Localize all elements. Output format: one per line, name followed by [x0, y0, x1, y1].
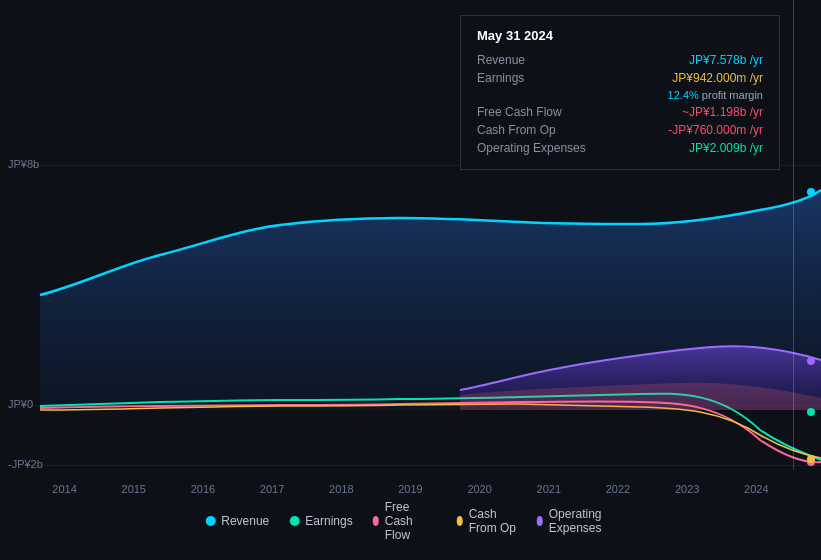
opex-edge-dot: [807, 357, 815, 365]
x-label-2021: 2021: [537, 483, 561, 495]
legend-item-opex: Operating Expenses: [537, 507, 616, 535]
legend-label-fcf: Free Cash Flow: [385, 500, 437, 542]
tooltip-value-revenue: JP¥7.578b /yr: [689, 53, 763, 67]
legend-label-cashfromop: Cash From Op: [469, 507, 517, 535]
tooltip-label-earnings: Earnings: [477, 71, 597, 85]
legend-dot-opex: [537, 516, 543, 526]
legend-item-cashfromop: Cash From Op: [457, 507, 517, 535]
tooltip-row-revenue: Revenue JP¥7.578b /yr: [477, 51, 763, 69]
tooltip-value-fcf: ~JP¥1.198b /yr: [682, 105, 763, 119]
tooltip-margin-text: 12.4% profit margin: [668, 89, 763, 101]
legend-dot-revenue: [205, 516, 215, 526]
tooltip-value-opex: JP¥2.009b /yr: [689, 141, 763, 155]
legend-dot-earnings: [289, 516, 299, 526]
hover-line: [793, 0, 794, 470]
legend-label-opex: Operating Expenses: [549, 507, 616, 535]
tooltip-value-cashfromop: -JP¥760.000m /yr: [668, 123, 763, 137]
tooltip-value-earnings: JP¥942.000m /yr: [672, 71, 763, 85]
revenue-edge-dot: [807, 188, 815, 196]
legend-dot-fcf: [373, 516, 379, 526]
x-axis-labels: 2014 2015 2016 2017 2018 2019 2020 2021 …: [0, 483, 821, 495]
tooltip-panel: May 31 2024 Revenue JP¥7.578b /yr Earnin…: [460, 15, 780, 170]
fcf-line: [40, 402, 821, 463]
x-label-2022: 2022: [606, 483, 630, 495]
tooltip-label-opex: Operating Expenses: [477, 141, 597, 155]
x-label-2016: 2016: [191, 483, 215, 495]
tooltip-label-fcf: Free Cash Flow: [477, 105, 597, 119]
x-label-2020: 2020: [467, 483, 491, 495]
tooltip-row-fcf: Free Cash Flow ~JP¥1.198b /yr: [477, 103, 763, 121]
chart-container: JP¥8b JP¥0 -JP¥2b: [0, 0, 821, 560]
x-label-2017: 2017: [260, 483, 284, 495]
legend-label-earnings: Earnings: [305, 514, 352, 528]
cashfromop-line: [40, 404, 821, 458]
x-label-2014: 2014: [52, 483, 76, 495]
legend-dot-cashfromop: [457, 516, 463, 526]
tooltip-row-earnings: Earnings JP¥942.000m /yr: [477, 69, 763, 87]
chart-legend: Revenue Earnings Free Cash Flow Cash Fro…: [205, 500, 616, 542]
legend-item-revenue: Revenue: [205, 514, 269, 528]
tooltip-row-opex: Operating Expenses JP¥2.009b /yr: [477, 139, 763, 157]
x-label-2023: 2023: [675, 483, 699, 495]
x-label-2018: 2018: [329, 483, 353, 495]
cashfromop-edge-dot: [807, 455, 815, 463]
tooltip-label-revenue: Revenue: [477, 53, 597, 67]
legend-label-revenue: Revenue: [221, 514, 269, 528]
x-label-2019: 2019: [398, 483, 422, 495]
earnings-edge-dot: [807, 408, 815, 416]
tooltip-date: May 31 2024: [477, 28, 763, 43]
tooltip-row-cashfromop: Cash From Op -JP¥760.000m /yr: [477, 121, 763, 139]
legend-item-earnings: Earnings: [289, 514, 352, 528]
tooltip-label-cashfromop: Cash From Op: [477, 123, 597, 137]
x-label-2015: 2015: [122, 483, 146, 495]
tooltip-row-margin: 12.4% profit margin: [477, 87, 763, 103]
legend-item-fcf: Free Cash Flow: [373, 500, 437, 542]
x-label-2024: 2024: [744, 483, 768, 495]
